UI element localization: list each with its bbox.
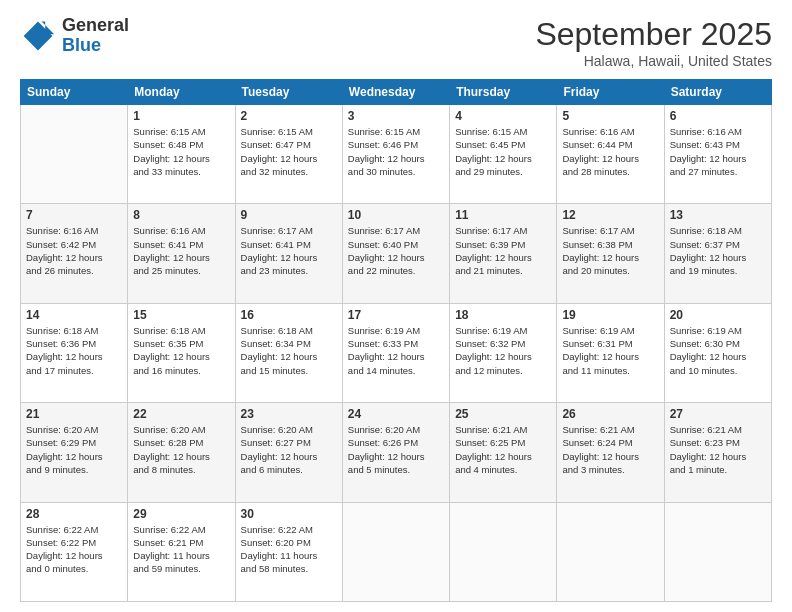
col-monday: Monday bbox=[128, 80, 235, 105]
calendar-cell: 1Sunrise: 6:15 AM Sunset: 6:48 PM Daylig… bbox=[128, 105, 235, 204]
day-info: Sunrise: 6:20 AM Sunset: 6:26 PM Dayligh… bbox=[348, 423, 444, 476]
day-info: Sunrise: 6:16 AM Sunset: 6:44 PM Dayligh… bbox=[562, 125, 658, 178]
calendar-cell: 11Sunrise: 6:17 AM Sunset: 6:39 PM Dayli… bbox=[450, 204, 557, 303]
calendar-cell: 21Sunrise: 6:20 AM Sunset: 6:29 PM Dayli… bbox=[21, 403, 128, 502]
day-info: Sunrise: 6:20 AM Sunset: 6:29 PM Dayligh… bbox=[26, 423, 122, 476]
day-number: 2 bbox=[241, 109, 337, 123]
calendar-cell: 23Sunrise: 6:20 AM Sunset: 6:27 PM Dayli… bbox=[235, 403, 342, 502]
day-info: Sunrise: 6:17 AM Sunset: 6:40 PM Dayligh… bbox=[348, 224, 444, 277]
day-info: Sunrise: 6:17 AM Sunset: 6:39 PM Dayligh… bbox=[455, 224, 551, 277]
calendar-cell: 12Sunrise: 6:17 AM Sunset: 6:38 PM Dayli… bbox=[557, 204, 664, 303]
day-number: 27 bbox=[670, 407, 766, 421]
day-info: Sunrise: 6:15 AM Sunset: 6:47 PM Dayligh… bbox=[241, 125, 337, 178]
title-block: September 2025 Halawa, Hawaii, United St… bbox=[535, 16, 772, 69]
calendar-cell: 9Sunrise: 6:17 AM Sunset: 6:41 PM Daylig… bbox=[235, 204, 342, 303]
day-number: 22 bbox=[133, 407, 229, 421]
calendar-cell: 8Sunrise: 6:16 AM Sunset: 6:41 PM Daylig… bbox=[128, 204, 235, 303]
calendar-cell: 3Sunrise: 6:15 AM Sunset: 6:46 PM Daylig… bbox=[342, 105, 449, 204]
col-tuesday: Tuesday bbox=[235, 80, 342, 105]
day-number: 16 bbox=[241, 308, 337, 322]
day-info: Sunrise: 6:16 AM Sunset: 6:42 PM Dayligh… bbox=[26, 224, 122, 277]
day-number: 10 bbox=[348, 208, 444, 222]
day-info: Sunrise: 6:17 AM Sunset: 6:41 PM Dayligh… bbox=[241, 224, 337, 277]
day-number: 11 bbox=[455, 208, 551, 222]
day-info: Sunrise: 6:16 AM Sunset: 6:43 PM Dayligh… bbox=[670, 125, 766, 178]
day-number: 1 bbox=[133, 109, 229, 123]
day-info: Sunrise: 6:18 AM Sunset: 6:35 PM Dayligh… bbox=[133, 324, 229, 377]
day-info: Sunrise: 6:18 AM Sunset: 6:34 PM Dayligh… bbox=[241, 324, 337, 377]
calendar-cell bbox=[664, 502, 771, 601]
day-number: 24 bbox=[348, 407, 444, 421]
day-number: 18 bbox=[455, 308, 551, 322]
day-number: 30 bbox=[241, 507, 337, 521]
day-info: Sunrise: 6:21 AM Sunset: 6:25 PM Dayligh… bbox=[455, 423, 551, 476]
logo-general: General bbox=[62, 15, 129, 35]
col-thursday: Thursday bbox=[450, 80, 557, 105]
day-number: 26 bbox=[562, 407, 658, 421]
calendar-subtitle: Halawa, Hawaii, United States bbox=[535, 53, 772, 69]
calendar-cell bbox=[557, 502, 664, 601]
week-row: 21Sunrise: 6:20 AM Sunset: 6:29 PM Dayli… bbox=[21, 403, 772, 502]
day-number: 17 bbox=[348, 308, 444, 322]
calendar-cell: 10Sunrise: 6:17 AM Sunset: 6:40 PM Dayli… bbox=[342, 204, 449, 303]
day-number: 12 bbox=[562, 208, 658, 222]
calendar-cell: 28Sunrise: 6:22 AM Sunset: 6:22 PM Dayli… bbox=[21, 502, 128, 601]
calendar-cell: 30Sunrise: 6:22 AM Sunset: 6:20 PM Dayli… bbox=[235, 502, 342, 601]
day-info: Sunrise: 6:15 AM Sunset: 6:45 PM Dayligh… bbox=[455, 125, 551, 178]
calendar-cell: 14Sunrise: 6:18 AM Sunset: 6:36 PM Dayli… bbox=[21, 303, 128, 402]
col-saturday: Saturday bbox=[664, 80, 771, 105]
day-info: Sunrise: 6:20 AM Sunset: 6:28 PM Dayligh… bbox=[133, 423, 229, 476]
calendar-cell bbox=[342, 502, 449, 601]
calendar-title: September 2025 bbox=[535, 16, 772, 53]
calendar-cell: 17Sunrise: 6:19 AM Sunset: 6:33 PM Dayli… bbox=[342, 303, 449, 402]
calendar-cell bbox=[21, 105, 128, 204]
day-number: 15 bbox=[133, 308, 229, 322]
day-info: Sunrise: 6:16 AM Sunset: 6:41 PM Dayligh… bbox=[133, 224, 229, 277]
day-number: 3 bbox=[348, 109, 444, 123]
logo-text: General Blue bbox=[62, 16, 129, 56]
calendar-cell: 6Sunrise: 6:16 AM Sunset: 6:43 PM Daylig… bbox=[664, 105, 771, 204]
col-friday: Friday bbox=[557, 80, 664, 105]
day-info: Sunrise: 6:18 AM Sunset: 6:37 PM Dayligh… bbox=[670, 224, 766, 277]
calendar-cell: 19Sunrise: 6:19 AM Sunset: 6:31 PM Dayli… bbox=[557, 303, 664, 402]
day-number: 20 bbox=[670, 308, 766, 322]
day-info: Sunrise: 6:18 AM Sunset: 6:36 PM Dayligh… bbox=[26, 324, 122, 377]
day-number: 19 bbox=[562, 308, 658, 322]
calendar-cell: 27Sunrise: 6:21 AM Sunset: 6:23 PM Dayli… bbox=[664, 403, 771, 502]
calendar-table: Sunday Monday Tuesday Wednesday Thursday… bbox=[20, 79, 772, 602]
day-info: Sunrise: 6:22 AM Sunset: 6:22 PM Dayligh… bbox=[26, 523, 122, 576]
week-row: 1Sunrise: 6:15 AM Sunset: 6:48 PM Daylig… bbox=[21, 105, 772, 204]
calendar-cell: 22Sunrise: 6:20 AM Sunset: 6:28 PM Dayli… bbox=[128, 403, 235, 502]
week-row: 7Sunrise: 6:16 AM Sunset: 6:42 PM Daylig… bbox=[21, 204, 772, 303]
day-info: Sunrise: 6:15 AM Sunset: 6:46 PM Dayligh… bbox=[348, 125, 444, 178]
logo-blue: Blue bbox=[62, 35, 101, 55]
calendar-cell bbox=[450, 502, 557, 601]
calendar-cell: 24Sunrise: 6:20 AM Sunset: 6:26 PM Dayli… bbox=[342, 403, 449, 502]
day-number: 8 bbox=[133, 208, 229, 222]
day-info: Sunrise: 6:19 AM Sunset: 6:33 PM Dayligh… bbox=[348, 324, 444, 377]
calendar-cell: 26Sunrise: 6:21 AM Sunset: 6:24 PM Dayli… bbox=[557, 403, 664, 502]
logo: General Blue bbox=[20, 16, 129, 56]
calendar-cell: 25Sunrise: 6:21 AM Sunset: 6:25 PM Dayli… bbox=[450, 403, 557, 502]
day-info: Sunrise: 6:17 AM Sunset: 6:38 PM Dayligh… bbox=[562, 224, 658, 277]
day-number: 7 bbox=[26, 208, 122, 222]
day-info: Sunrise: 6:21 AM Sunset: 6:24 PM Dayligh… bbox=[562, 423, 658, 476]
day-number: 5 bbox=[562, 109, 658, 123]
day-info: Sunrise: 6:21 AM Sunset: 6:23 PM Dayligh… bbox=[670, 423, 766, 476]
day-info: Sunrise: 6:19 AM Sunset: 6:31 PM Dayligh… bbox=[562, 324, 658, 377]
day-number: 14 bbox=[26, 308, 122, 322]
day-number: 28 bbox=[26, 507, 122, 521]
calendar-cell: 20Sunrise: 6:19 AM Sunset: 6:30 PM Dayli… bbox=[664, 303, 771, 402]
day-info: Sunrise: 6:19 AM Sunset: 6:32 PM Dayligh… bbox=[455, 324, 551, 377]
week-row: 14Sunrise: 6:18 AM Sunset: 6:36 PM Dayli… bbox=[21, 303, 772, 402]
col-sunday: Sunday bbox=[21, 80, 128, 105]
day-number: 4 bbox=[455, 109, 551, 123]
day-number: 29 bbox=[133, 507, 229, 521]
calendar-cell: 7Sunrise: 6:16 AM Sunset: 6:42 PM Daylig… bbox=[21, 204, 128, 303]
day-info: Sunrise: 6:22 AM Sunset: 6:21 PM Dayligh… bbox=[133, 523, 229, 576]
calendar-cell: 4Sunrise: 6:15 AM Sunset: 6:45 PM Daylig… bbox=[450, 105, 557, 204]
header-row: Sunday Monday Tuesday Wednesday Thursday… bbox=[21, 80, 772, 105]
calendar-cell: 2Sunrise: 6:15 AM Sunset: 6:47 PM Daylig… bbox=[235, 105, 342, 204]
col-wednesday: Wednesday bbox=[342, 80, 449, 105]
day-number: 6 bbox=[670, 109, 766, 123]
